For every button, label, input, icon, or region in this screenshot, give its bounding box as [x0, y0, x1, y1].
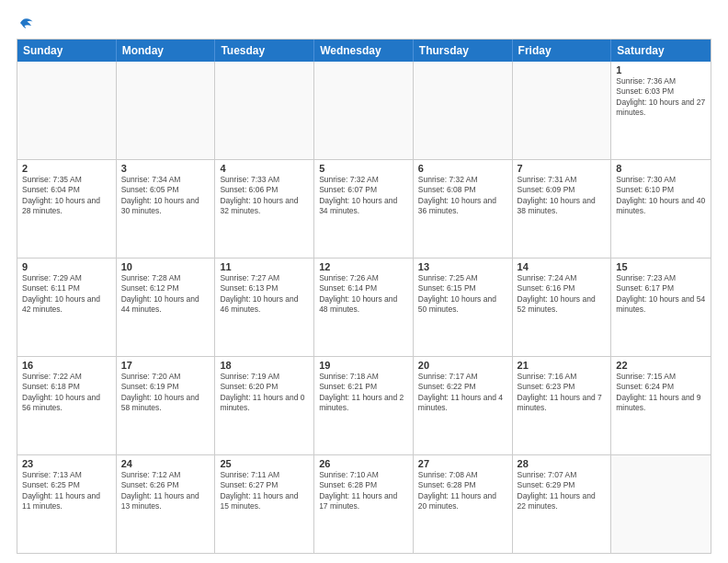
calendar-cell: 17Sunrise: 7:20 AM Sunset: 6:19 PM Dayli… [117, 357, 216, 454]
day-info: Sunrise: 7:13 AM Sunset: 6:25 PM Dayligh… [22, 470, 111, 512]
day-number: 24 [121, 458, 210, 469]
day-info: Sunrise: 7:19 AM Sunset: 6:20 PM Dayligh… [220, 372, 309, 414]
day-number: 18 [220, 360, 309, 371]
calendar-cell: 5Sunrise: 7:32 AM Sunset: 6:07 PM Daylig… [314, 160, 414, 258]
day-number: 19 [319, 360, 408, 371]
day-number: 11 [220, 261, 309, 272]
day-info: Sunrise: 7:35 AM Sunset: 6:04 PM Dayligh… [22, 175, 111, 217]
calendar-cell: 6Sunrise: 7:32 AM Sunset: 6:08 PM Daylig… [414, 160, 513, 258]
calendar-cell: 8Sunrise: 7:30 AM Sunset: 6:10 PM Daylig… [611, 160, 711, 258]
calendar-cell [117, 62, 216, 159]
header-day-saturday: Saturday [611, 40, 711, 62]
day-info: Sunrise: 7:23 AM Sunset: 6:17 PM Dayligh… [616, 273, 706, 316]
calendar-cell: 2Sunrise: 7:35 AM Sunset: 6:04 PM Daylig… [17, 160, 117, 258]
calendar-cell: 26Sunrise: 7:10 AM Sunset: 6:28 PM Dayli… [314, 455, 414, 553]
calendar-cell: 25Sunrise: 7:11 AM Sunset: 6:27 PM Dayli… [215, 455, 314, 553]
day-info: Sunrise: 7:30 AM Sunset: 6:10 PM Dayligh… [616, 175, 706, 217]
day-number: 20 [418, 360, 507, 371]
day-number: 15 [616, 261, 706, 272]
header-day-tuesday: Tuesday [215, 40, 314, 62]
day-info: Sunrise: 7:17 AM Sunset: 6:22 PM Dayligh… [418, 372, 507, 414]
calendar-cell: 20Sunrise: 7:17 AM Sunset: 6:22 PM Dayli… [414, 357, 513, 454]
header-day-thursday: Thursday [414, 40, 513, 62]
calendar-row-1: 1Sunrise: 7:36 AM Sunset: 6:03 PM Daylig… [17, 62, 711, 159]
page: SundayMondayTuesdayWednesdayThursdayFrid… [0, 0, 728, 563]
day-info: Sunrise: 7:25 AM Sunset: 6:15 PM Dayligh… [418, 273, 507, 316]
day-info: Sunrise: 7:27 AM Sunset: 6:13 PM Dayligh… [220, 273, 309, 316]
day-number: 12 [319, 261, 408, 272]
day-number: 9 [22, 261, 111, 272]
day-info: Sunrise: 7:18 AM Sunset: 6:21 PM Dayligh… [319, 372, 408, 414]
calendar-cell: 9Sunrise: 7:29 AM Sunset: 6:11 PM Daylig… [17, 259, 117, 356]
calendar-cell: 4Sunrise: 7:33 AM Sunset: 6:06 PM Daylig… [215, 160, 314, 258]
calendar-cell: 15Sunrise: 7:23 AM Sunset: 6:17 PM Dayli… [611, 259, 711, 356]
day-info: Sunrise: 7:16 AM Sunset: 6:23 PM Dayligh… [518, 372, 607, 414]
calendar-cell [611, 455, 711, 553]
calendar-cell [17, 62, 117, 159]
day-number: 5 [319, 163, 408, 174]
day-info: Sunrise: 7:07 AM Sunset: 6:29 PM Dayligh… [518, 470, 607, 512]
calendar-cell: 22Sunrise: 7:15 AM Sunset: 6:24 PM Dayli… [611, 357, 711, 454]
day-number: 4 [220, 163, 309, 174]
day-info: Sunrise: 7:11 AM Sunset: 6:27 PM Dayligh… [220, 470, 309, 512]
calendar-row-3: 9Sunrise: 7:29 AM Sunset: 6:11 PM Daylig… [17, 258, 711, 356]
calendar-cell: 23Sunrise: 7:13 AM Sunset: 6:25 PM Dayli… [17, 455, 117, 553]
day-number: 22 [616, 360, 706, 371]
calendar-cell: 27Sunrise: 7:08 AM Sunset: 6:28 PM Dayli… [414, 455, 513, 553]
calendar: SundayMondayTuesdayWednesdayThursdayFrid… [17, 39, 711, 554]
calendar-cell: 28Sunrise: 7:07 AM Sunset: 6:29 PM Dayli… [513, 455, 612, 553]
day-info: Sunrise: 7:36 AM Sunset: 6:03 PM Dayligh… [616, 76, 706, 119]
day-number: 28 [518, 458, 607, 469]
calendar-row-4: 16Sunrise: 7:22 AM Sunset: 6:18 PM Dayli… [17, 356, 711, 454]
day-number: 23 [22, 458, 111, 469]
day-info: Sunrise: 7:31 AM Sunset: 6:09 PM Dayligh… [518, 175, 607, 217]
day-number: 21 [518, 360, 607, 371]
day-number: 25 [220, 458, 309, 469]
day-info: Sunrise: 7:32 AM Sunset: 6:07 PM Dayligh… [319, 175, 408, 217]
day-info: Sunrise: 7:20 AM Sunset: 6:19 PM Dayligh… [121, 372, 210, 414]
day-number: 3 [121, 163, 210, 174]
calendar-row-5: 23Sunrise: 7:13 AM Sunset: 6:25 PM Dayli… [17, 454, 711, 553]
day-info: Sunrise: 7:34 AM Sunset: 6:05 PM Dayligh… [121, 175, 210, 217]
calendar-cell: 16Sunrise: 7:22 AM Sunset: 6:18 PM Dayli… [17, 357, 117, 454]
day-info: Sunrise: 7:22 AM Sunset: 6:18 PM Dayligh… [22, 372, 111, 414]
calendar-body: 1Sunrise: 7:36 AM Sunset: 6:03 PM Daylig… [17, 62, 711, 553]
day-info: Sunrise: 7:15 AM Sunset: 6:24 PM Dayligh… [616, 372, 706, 414]
logo [17, 15, 34, 31]
calendar-cell [414, 62, 513, 159]
day-number: 7 [518, 163, 607, 174]
calendar-cell: 7Sunrise: 7:31 AM Sunset: 6:09 PM Daylig… [513, 160, 612, 258]
day-number: 26 [319, 458, 408, 469]
calendar-cell: 18Sunrise: 7:19 AM Sunset: 6:20 PM Dayli… [215, 357, 314, 454]
logo-bird-icon [17, 15, 34, 31]
day-info: Sunrise: 7:33 AM Sunset: 6:06 PM Dayligh… [220, 175, 309, 217]
header-day-sunday: Sunday [17, 40, 117, 62]
calendar-header: SundayMondayTuesdayWednesdayThursdayFrid… [17, 40, 711, 62]
header [17, 15, 711, 31]
calendar-cell: 10Sunrise: 7:28 AM Sunset: 6:12 PM Dayli… [117, 259, 216, 356]
day-number: 2 [22, 163, 111, 174]
calendar-cell [513, 62, 612, 159]
calendar-cell: 13Sunrise: 7:25 AM Sunset: 6:15 PM Dayli… [414, 259, 513, 356]
day-info: Sunrise: 7:10 AM Sunset: 6:28 PM Dayligh… [319, 470, 408, 512]
calendar-cell: 19Sunrise: 7:18 AM Sunset: 6:21 PM Dayli… [314, 357, 414, 454]
day-number: 6 [418, 163, 507, 174]
calendar-row-2: 2Sunrise: 7:35 AM Sunset: 6:04 PM Daylig… [17, 159, 711, 258]
day-info: Sunrise: 7:08 AM Sunset: 6:28 PM Dayligh… [418, 470, 507, 512]
calendar-cell: 1Sunrise: 7:36 AM Sunset: 6:03 PM Daylig… [611, 62, 711, 159]
calendar-cell: 21Sunrise: 7:16 AM Sunset: 6:23 PM Dayli… [513, 357, 612, 454]
calendar-cell: 11Sunrise: 7:27 AM Sunset: 6:13 PM Dayli… [215, 259, 314, 356]
calendar-cell: 3Sunrise: 7:34 AM Sunset: 6:05 PM Daylig… [117, 160, 216, 258]
day-info: Sunrise: 7:24 AM Sunset: 6:16 PM Dayligh… [518, 273, 607, 316]
day-number: 10 [121, 261, 210, 272]
calendar-cell [215, 62, 314, 159]
day-number: 27 [418, 458, 507, 469]
calendar-cell [314, 62, 414, 159]
day-info: Sunrise: 7:26 AM Sunset: 6:14 PM Dayligh… [319, 273, 408, 316]
day-number: 17 [121, 360, 210, 371]
day-info: Sunrise: 7:32 AM Sunset: 6:08 PM Dayligh… [418, 175, 507, 217]
header-day-friday: Friday [513, 40, 612, 62]
calendar-cell: 14Sunrise: 7:24 AM Sunset: 6:16 PM Dayli… [513, 259, 612, 356]
calendar-cell: 24Sunrise: 7:12 AM Sunset: 6:26 PM Dayli… [117, 455, 216, 553]
header-day-wednesday: Wednesday [314, 40, 414, 62]
